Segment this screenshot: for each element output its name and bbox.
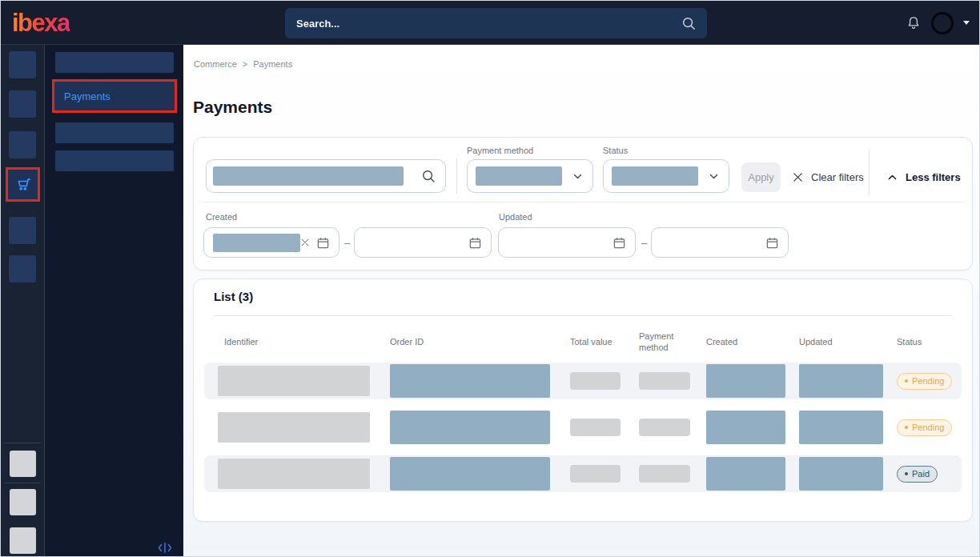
col-payment-method: Payment method bbox=[625, 331, 693, 354]
redacted-select-value bbox=[476, 166, 562, 186]
redacted-updated-date bbox=[799, 457, 883, 491]
calendar-icon[interactable] bbox=[612, 236, 626, 250]
redacted-payment-method bbox=[639, 465, 690, 483]
redacted-payment-method bbox=[639, 419, 690, 436]
less-filters-label: Less filters bbox=[906, 171, 961, 183]
updated-from-date-input[interactable] bbox=[498, 227, 636, 258]
bell-icon[interactable] bbox=[906, 14, 922, 32]
payment-method-label: Payment method bbox=[467, 146, 533, 155]
redacted-total-value bbox=[570, 465, 621, 483]
close-icon[interactable] bbox=[300, 238, 310, 247]
created-to-date-input[interactable] bbox=[354, 227, 492, 258]
clear-filters-button[interactable]: Clear filters bbox=[792, 162, 864, 192]
status-dot bbox=[905, 472, 908, 475]
status-dot bbox=[905, 379, 908, 383]
breadcrumb: Commerce > Payments bbox=[194, 59, 292, 69]
clear-filters-label: Clear filters bbox=[811, 171, 864, 183]
avatar[interactable] bbox=[931, 12, 954, 34]
breadcrumb-item-commerce[interactable]: Commerce bbox=[194, 59, 237, 69]
redacted-search-value bbox=[213, 166, 404, 186]
rail-tab-redacted-5[interactable] bbox=[9, 255, 36, 283]
apply-button[interactable]: Apply bbox=[741, 162, 781, 192]
payment-method-select[interactable] bbox=[467, 159, 593, 193]
date-range-dash: – bbox=[344, 227, 350, 258]
filters-card: Payment method Status Apply Clear fil bbox=[193, 137, 973, 270]
menu-item-redacted-3[interactable] bbox=[55, 150, 174, 171]
status-badge: Pending bbox=[897, 373, 952, 390]
rail-tab-redacted-3[interactable] bbox=[9, 131, 36, 158]
rail-tab-redacted-4[interactable] bbox=[9, 217, 36, 244]
filter-search-input[interactable] bbox=[206, 159, 446, 193]
status-dot bbox=[905, 426, 908, 429]
redacted-updated-date bbox=[799, 411, 883, 444]
less-filters-toggle[interactable]: Less filters bbox=[887, 162, 961, 192]
col-status: Status bbox=[883, 336, 962, 347]
shopping-cart-icon bbox=[10, 171, 36, 198]
redacted-identifier bbox=[218, 459, 370, 489]
table-row: Pending bbox=[204, 363, 962, 399]
search-icon bbox=[681, 16, 696, 30]
col-total-value: Total value bbox=[556, 336, 625, 347]
status-select[interactable] bbox=[603, 159, 729, 193]
redacted-payment-method bbox=[639, 372, 690, 390]
close-icon bbox=[792, 171, 804, 183]
col-order-id: Order ID bbox=[376, 336, 556, 347]
col-updated: Updated bbox=[785, 336, 883, 347]
topbar: ibexa bbox=[1, 1, 979, 45]
filter-divider-vertical bbox=[456, 158, 457, 194]
caret-down-icon[interactable] bbox=[963, 21, 970, 25]
table-row: Pending bbox=[204, 409, 962, 446]
table-body: Pending Pending bbox=[204, 363, 962, 502]
status-label: Status bbox=[603, 146, 628, 155]
global-search-field[interactable] bbox=[296, 18, 681, 30]
created-label: Created bbox=[206, 212, 237, 222]
chevron-down-icon bbox=[709, 171, 719, 182]
page-title: Payments bbox=[193, 98, 272, 117]
redacted-order-id-link[interactable] bbox=[390, 411, 550, 444]
chevron-down-icon bbox=[572, 171, 583, 182]
search-icon bbox=[421, 169, 436, 183]
payments-list-card: List (3) Identifier Order ID Total value… bbox=[193, 278, 973, 522]
redacted-total-value bbox=[570, 419, 621, 436]
created-from-date-input[interactable] bbox=[203, 227, 339, 258]
filter-divider-horizontal bbox=[202, 202, 964, 202]
menu-item-redacted-1[interactable] bbox=[55, 52, 174, 73]
calendar-icon[interactable] bbox=[316, 236, 330, 250]
rail-tab-redacted-1[interactable] bbox=[9, 51, 36, 78]
calendar-icon[interactable] bbox=[468, 236, 482, 250]
redacted-created-date bbox=[706, 364, 785, 398]
rail-bottom-tab-redacted-1[interactable] bbox=[10, 451, 36, 477]
rail-tab-redacted-2[interactable] bbox=[9, 90, 36, 118]
calendar-icon[interactable] bbox=[765, 236, 779, 250]
rail-bottom-tab-redacted-3[interactable] bbox=[10, 527, 36, 554]
main-content: Commerce > Payments Payments Payment met… bbox=[183, 45, 980, 557]
ibexa-logo[interactable]: ibexa bbox=[12, 10, 70, 35]
status-badge: Paid bbox=[897, 466, 938, 483]
collapse-panel-icon[interactable] bbox=[158, 542, 172, 554]
updated-to-date-input[interactable] bbox=[651, 227, 789, 258]
menu-item-redacted-2[interactable] bbox=[55, 122, 174, 143]
menu-item-payments-label: Payments bbox=[64, 90, 110, 102]
table-row: Paid bbox=[204, 455, 962, 492]
redacted-identifier bbox=[218, 366, 370, 396]
redacted-select-value bbox=[612, 166, 698, 186]
ibexa-admin-screen: ibexa bbox=[0, 0, 980, 557]
rail-bottom-tab-redacted-2[interactable] bbox=[10, 489, 36, 515]
redacted-order-id-link[interactable] bbox=[390, 364, 550, 398]
topbar-right bbox=[906, 1, 970, 45]
date-range-dash: – bbox=[641, 227, 647, 258]
redacted-updated-date bbox=[799, 364, 883, 398]
redacted-identifier bbox=[218, 412, 370, 443]
redacted-created-date bbox=[706, 457, 785, 491]
redacted-date-value bbox=[213, 234, 300, 252]
global-search-input[interactable] bbox=[285, 8, 707, 38]
rail-tab-commerce-highlight[interactable] bbox=[6, 167, 40, 202]
table-header: Identifier Order ID Total value Payment … bbox=[204, 324, 962, 359]
list-divider bbox=[214, 315, 952, 316]
rail-divider bbox=[4, 443, 41, 443]
redacted-total-value bbox=[570, 372, 621, 390]
redacted-order-id-link[interactable] bbox=[390, 457, 550, 491]
breadcrumb-separator: > bbox=[243, 59, 247, 69]
sidebar-rail bbox=[1, 45, 45, 557]
menu-item-payments-highlight[interactable]: Payments bbox=[52, 79, 177, 113]
